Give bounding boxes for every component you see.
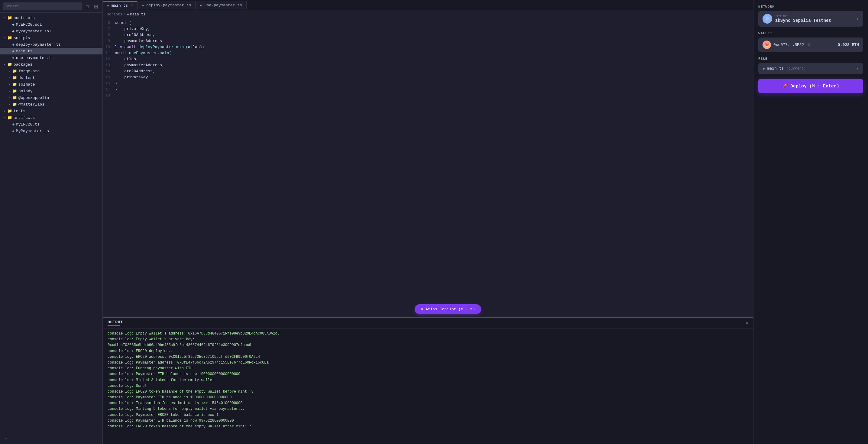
file-selector[interactable]: ◈ main.ts (current) ▾ <box>758 63 863 74</box>
arrow-solmate: ▸ <box>7 83 12 86</box>
copilot-button[interactable]: ≡ Atlas Copilot (⌘ + K) <box>415 304 481 314</box>
arrow-oz: ▸ <box>7 96 12 99</box>
network-name: zkSync Sepolia Testnet <box>775 18 831 23</box>
tree-item-solmate[interactable]: ▸ 📁 solmate <box>0 81 102 88</box>
tree-item-use-paymaster[interactable]: ◈ use-paymaster.ts <box>0 54 102 61</box>
new-folder-icon[interactable]: ▤ <box>92 3 99 10</box>
tree-label-mypaymasterts: MyPaymaster.ts <box>16 129 49 134</box>
tree-label-ds: ds-test <box>19 76 35 80</box>
network-badge[interactable]: ⟳ TESTNET zkSync Sepolia Testnet ▾ <box>758 11 863 27</box>
output-line: console.log: Empty wallet's private key: <box>107 337 748 343</box>
tree-item-scripts[interactable]: ▾ 📁 scripts <box>0 34 102 41</box>
wallet-section: WALLET 🦊 0xc077...5E52 ⧉ 0.028 ETH <box>758 31 863 52</box>
network-label: TESTNET <box>775 15 831 18</box>
output-close-button[interactable]: × <box>746 320 748 326</box>
folder-artifacts-icon: 📁 <box>7 115 12 120</box>
tree-item-main[interactable]: ◈ main.ts <box>0 48 102 54</box>
line-content-7: privateKey, <box>115 27 748 31</box>
code-line-18: 18 <box>103 93 753 99</box>
tab-main-close[interactable]: × <box>131 4 133 8</box>
tree-label-myerc20ts: MyERC20.ts <box>16 122 39 127</box>
deploy-label: Deploy (⌘ + Enter) <box>790 83 839 89</box>
tree-label-mypaymastersol: MyPaymaster.sol <box>16 29 51 34</box>
network-left: ⟳ TESTNET zkSync Sepolia Testnet <box>763 14 831 24</box>
code-line-12: 12 atlas, <box>103 57 753 63</box>
line-content-15: privateKey <box>115 75 748 80</box>
file-select-tag: (current) <box>786 66 806 71</box>
output-header: OUTPUT × <box>103 318 753 328</box>
code-container[interactable]: 6 const { 7 privateKey, 8 erc20Address, … <box>103 18 753 317</box>
tree-label-main: main.ts <box>16 49 33 54</box>
deploy-button[interactable]: 🚀 Deploy (⌘ + Enter) <box>758 79 863 93</box>
tree-item-mypaymasterts[interactable]: ◈ MyPaymaster.ts <box>0 128 102 134</box>
tree-item-myerc20ts[interactable]: ◈ MyERC20.ts <box>0 121 102 128</box>
tree-label-ml: @matterlabs <box>19 102 44 107</box>
line-num-10: 10 <box>103 45 115 49</box>
tree-label-packages: packages <box>13 62 32 67</box>
tree-label-solmate: solmate <box>19 82 35 87</box>
output-line: console.log: ERC20 token balance of the … <box>107 389 748 395</box>
file-tree: ▾ 📁 contracts ◆ MyERC20.sol ◆ MyPaymaste… <box>0 13 102 431</box>
search-input[interactable] <box>3 2 82 10</box>
tree-item-tests[interactable]: ▸ 📁 tests <box>0 108 102 114</box>
search-bar: ◻ ▤ <box>0 0 102 13</box>
output-underline <box>107 325 120 326</box>
tab-main-label: main.ts <box>112 3 128 8</box>
tab-use[interactable]: ◈ use-paymaster.ts <box>195 1 246 9</box>
code-line-15: 15 privateKey <box>103 75 753 81</box>
copilot-icon: ≡ <box>421 307 423 312</box>
folder-solady-icon: 📁 <box>12 89 17 93</box>
tree-label-solady: solady <box>19 89 33 93</box>
code-line-13: 13 paymasterAddress, <box>103 63 753 69</box>
network-chevron-icon: ▾ <box>857 16 859 22</box>
tab-main[interactable]: ◈ main.ts × <box>103 1 137 10</box>
output-line: console.log: Paymaster ERC20 token balan… <box>107 412 748 418</box>
main-content: ◈ main.ts × ◈ deploy-paymaster.ts ◈ use-… <box>103 0 753 444</box>
new-file-icon[interactable]: ◻ <box>84 3 91 10</box>
tree-item-ds-test[interactable]: ▸ 📁 ds-test <box>0 75 102 81</box>
tree-item-forge-std[interactable]: ▸ 📁 forge-std <box>0 68 102 75</box>
sidebar-collapse-btn[interactable]: « <box>3 434 8 442</box>
copy-address-button[interactable]: ⧉ <box>806 42 811 48</box>
output-content[interactable]: console.log: Empty wallet's address: 0x1… <box>103 328 753 444</box>
wallet-section-title: WALLET <box>758 31 863 35</box>
output-line: console.log: Minted 3 tokens for the emp… <box>107 378 748 383</box>
arrow-myerc20sol <box>7 23 12 26</box>
tree-item-mypaymastersol[interactable]: ◆ MyPaymaster.sol <box>0 28 102 34</box>
tab-deploy[interactable]: ◈ deploy-paymaster.ts <box>137 1 195 9</box>
tree-label-oz: @openzeppelin <box>19 95 49 100</box>
tree-item-packages[interactable]: ▸ 📁 packages <box>0 61 102 68</box>
line-num-17: 17 <box>103 87 115 92</box>
folder-scripts-icon: 📁 <box>7 35 12 40</box>
breadcrumb-sep: > <box>123 12 125 17</box>
output-line: console.log: Paymaster ETH balance is 10… <box>107 395 748 401</box>
tree-item-openzeppelin[interactable]: ▸ 📁 @openzeppelin <box>0 94 102 101</box>
code-line-10: 10 } = await deployPaymaster.main(atlas)… <box>103 45 753 51</box>
tab-use-label: use-paymaster.ts <box>204 3 242 7</box>
arrow-mypaymastersol <box>7 30 12 33</box>
code-line-17: 17 } <box>103 87 753 93</box>
tree-item-solady[interactable]: ▸ 📁 solady <box>0 88 102 94</box>
line-content-16: ) <box>115 81 748 86</box>
output-panel: OUTPUT × console.log: Empty wallet's add… <box>103 317 753 444</box>
file-myerc20sol-icon: ◆ <box>12 22 14 27</box>
tree-item-contracts[interactable]: ▾ 📁 contracts <box>0 14 102 21</box>
tree-item-myerc20sol[interactable]: ◆ MyERC20.sol <box>0 21 102 28</box>
folder-ds-icon: 📁 <box>12 75 17 80</box>
deploy-rocket-icon: 🚀 <box>782 83 788 89</box>
arrow-forge: ▸ <box>7 69 12 73</box>
network-info: TESTNET zkSync Sepolia Testnet <box>775 15 831 23</box>
output-line: console.log: Minting 5 tokens for empty … <box>107 406 748 412</box>
tree-item-artifacts[interactable]: ▾ 📁 artifacts <box>0 114 102 121</box>
tree-label-deploy: deploy-paymaster.ts <box>16 42 61 47</box>
arrow-contracts: ▾ <box>2 16 7 20</box>
code-line-11: 11 await usePaymaster.main( <box>103 51 753 57</box>
tree-item-matterlabs[interactable]: ▸ 📁 @matterlabs <box>0 101 102 108</box>
breadcrumb-file: ◈ <box>127 12 129 17</box>
network-section-title: NETWORK <box>758 5 863 8</box>
breadcrumb: scripts > ◈ main.ts <box>103 11 753 18</box>
line-num-15: 15 <box>103 75 115 80</box>
tree-item-deploy-paymaster[interactable]: ◈ deploy-paymaster.ts <box>0 41 102 48</box>
arrow-main <box>7 50 12 53</box>
folder-ml-icon: 📁 <box>12 102 17 107</box>
